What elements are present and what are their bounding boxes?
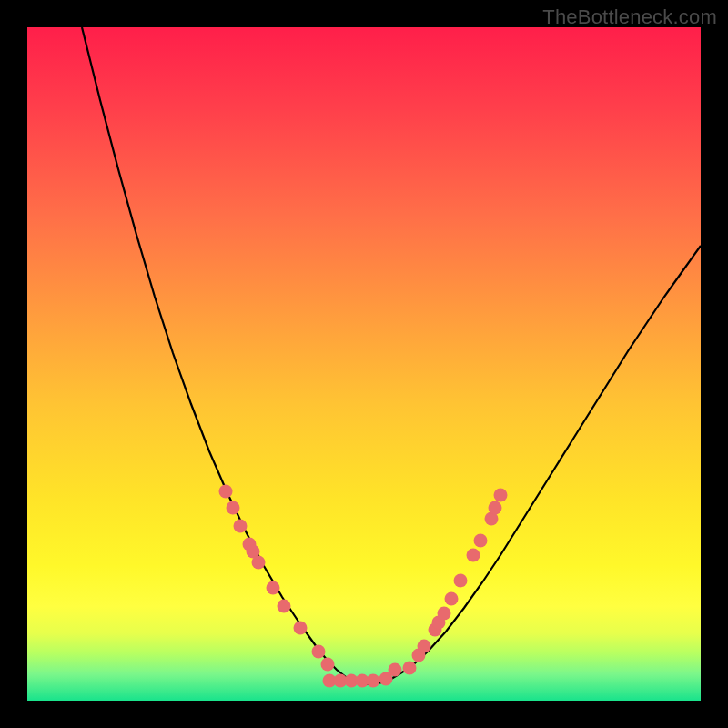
- data-dot: [467, 549, 480, 562]
- data-dot: [494, 489, 508, 502]
- data-dot: [389, 663, 402, 677]
- bottleneck-chart: [27, 27, 701, 701]
- data-dot: [267, 581, 280, 595]
- data-dot: [219, 485, 233, 499]
- data-dot: [252, 556, 266, 570]
- plot-area: [27, 27, 701, 701]
- data-dot: [403, 662, 417, 675]
- data-dot: [367, 674, 380, 688]
- data-dot: [438, 607, 451, 621]
- data-dots: [219, 485, 508, 688]
- data-dot: [489, 501, 502, 515]
- data-dot: [312, 645, 326, 659]
- outer-frame: TheBottleneck.com: [0, 0, 728, 728]
- data-dot: [278, 600, 291, 613]
- watermark-text: TheBottleneck.com: [542, 5, 717, 29]
- data-dot: [474, 534, 488, 548]
- data-dot: [445, 592, 459, 606]
- bottleneck-curve: [82, 27, 701, 684]
- data-dot: [454, 574, 468, 588]
- data-dot: [321, 658, 335, 672]
- data-dot: [234, 520, 248, 533]
- data-dot: [294, 622, 308, 635]
- data-dot: [418, 640, 431, 653]
- data-dot: [227, 501, 240, 515]
